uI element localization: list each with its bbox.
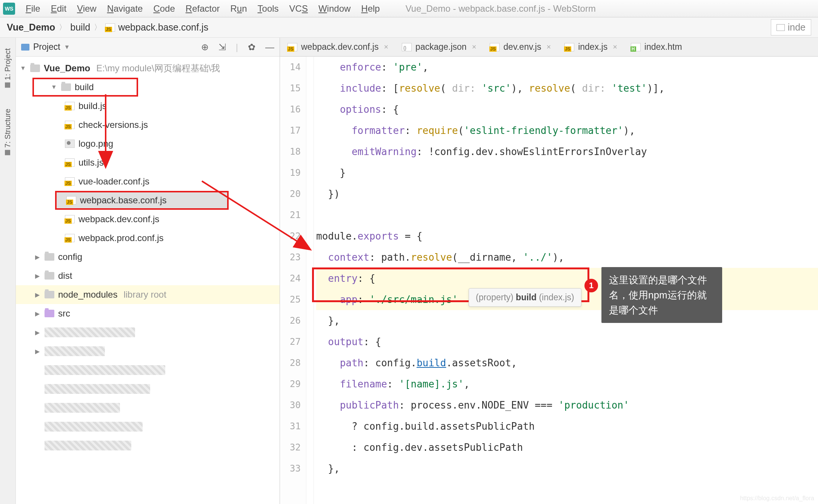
tree-file[interactable]: build.js	[16, 97, 280, 115]
editor-tab-bar: webpack.dev.conf.js× package.json× dev.e…	[280, 38, 818, 57]
menu-run[interactable]: Run	[231, 3, 247, 14]
tree-file[interactable]: webpack.dev.conf.js	[16, 210, 280, 229]
tree-build-folder[interactable]: build	[32, 78, 138, 97]
close-icon[interactable]: ×	[546, 43, 551, 51]
folder-icon	[45, 310, 54, 317]
tree-config-folder[interactable]: config	[16, 247, 280, 266]
tree-file[interactable]: check-versions.js	[16, 115, 280, 134]
json-file-icon	[402, 43, 412, 51]
tree-file[interactable]: utils.js	[16, 153, 280, 172]
project-tree[interactable]: Vue_Demo E:\my module\网页编程基础\我 build bui…	[16, 57, 280, 455]
tree-hidden-row	[16, 398, 280, 417]
expand-arrow-icon[interactable]	[34, 291, 41, 298]
menu-refactor[interactable]: Refactor	[186, 3, 220, 14]
html-file-icon	[631, 43, 641, 51]
tree-dist-folder[interactable]: dist	[16, 266, 280, 285]
js-file-icon	[65, 215, 75, 223]
menu-window[interactable]: Window	[318, 3, 351, 14]
tree-file-label: webpack.dev.conf.js	[78, 214, 159, 224]
editor-tab[interactable]: webpack.dev.conf.js×	[284, 42, 392, 52]
tab-label: dev.env.js	[503, 42, 541, 52]
tree-file[interactable]: webpack.prod.conf.js	[16, 229, 280, 247]
tooltip-source: (index.js)	[539, 292, 574, 302]
menu-edit[interactable]: Edit	[51, 3, 66, 14]
js-file-icon	[105, 23, 115, 32]
editor-tab[interactable]: index.js×	[561, 42, 621, 52]
tree-build-label: build	[75, 82, 94, 92]
expand-arrow-icon	[34, 348, 41, 355]
breadcrumb-file[interactable]: webpack.base.conf.js	[105, 22, 208, 33]
project-panel-header: Project ▼ ⊕ ⇲ | ✿ —	[16, 38, 280, 57]
collapse-icon[interactable]: ⇲	[218, 42, 226, 52]
tab-label: package.json	[415, 42, 467, 52]
tree-hidden-row	[16, 361, 280, 380]
close-icon[interactable]: ×	[613, 43, 617, 51]
tree-file-label: vue-loader.conf.js	[78, 176, 149, 187]
toolwindow-structure-label: 7: Structure	[3, 109, 12, 148]
js-file-icon	[65, 158, 75, 167]
js-file-icon	[65, 121, 75, 129]
project-icon	[21, 44, 29, 51]
quick-doc-tooltip: (property) build (index.js)	[469, 288, 581, 307]
folder-icon	[61, 83, 71, 91]
breadcrumb-file-label: webpack.base.conf.js	[118, 22, 208, 33]
menu-help[interactable]: Help	[361, 3, 380, 14]
square-icon	[5, 150, 11, 155]
toolwindow-project-label: 1: Project	[3, 48, 12, 80]
tree-file-label: check-versions.js	[78, 120, 148, 130]
menu-code[interactable]: Code	[153, 3, 175, 14]
window-title: Vue_Demo - webpack.base.conf.js - WebSto…	[406, 3, 596, 14]
code-content[interactable]: enforce: 'pre', include: [resolve( dir: …	[314, 57, 818, 504]
editor-body[interactable]: 1415161718192021222324252627282930313233…	[280, 57, 818, 504]
tree-folder-label: config	[58, 252, 82, 262]
chevron-down-icon[interactable]: ▼	[64, 44, 70, 51]
image-file-icon	[65, 140, 75, 148]
close-icon[interactable]: ×	[472, 43, 477, 51]
expand-arrow-icon[interactable]	[34, 254, 41, 261]
editor-tab[interactable]: dev.env.js×	[486, 42, 555, 52]
breadcrumb-root[interactable]: Vue_Demo	[7, 22, 55, 33]
toolwindow-structure-tab[interactable]: 7: Structure	[2, 106, 14, 158]
expand-arrow-icon[interactable]	[51, 84, 57, 91]
tree-node-modules-folder[interactable]: node_moduleslibrary root	[16, 285, 280, 304]
editor-tab[interactable]: package.json×	[398, 42, 480, 52]
webstorm-app-icon	[3, 3, 15, 15]
menu-file[interactable]: File	[26, 3, 40, 14]
layout-icon	[776, 24, 785, 31]
toolwindow-project-tab[interactable]: 1: Project	[2, 45, 14, 91]
redacted-content	[45, 403, 120, 413]
tree-file[interactable]: logo.png	[16, 134, 280, 153]
breadcrumb-build[interactable]: build	[70, 22, 90, 33]
folder-icon	[45, 253, 54, 261]
right-tab-label: inde	[788, 22, 806, 33]
gear-icon[interactable]: ✿	[248, 42, 255, 52]
js-file-icon	[65, 177, 75, 186]
project-panel: Project ▼ ⊕ ⇲ | ✿ — Vue_Demo E:\my modul…	[16, 38, 280, 504]
right-side-tab[interactable]: inde	[771, 19, 811, 35]
close-icon[interactable]: ×	[384, 43, 388, 51]
locate-icon[interactable]: ⊕	[201, 42, 209, 52]
minimize-icon[interactable]: —	[265, 42, 274, 52]
fold-column[interactable]	[306, 57, 314, 504]
project-panel-title: Project	[33, 42, 60, 52]
editor-tab[interactable]: index.htm	[627, 42, 686, 52]
editor-area: webpack.dev.conf.js× package.json× dev.e…	[280, 38, 818, 504]
menu-navigate[interactable]: Navigate	[107, 3, 143, 14]
expand-arrow-icon[interactable]	[34, 310, 41, 317]
menu-vcs[interactable]: VCS	[289, 3, 308, 14]
js-file-icon	[65, 234, 75, 242]
tree-root-name: Vue_Demo	[44, 63, 90, 74]
tree-file[interactable]: vue-loader.conf.js	[16, 172, 280, 191]
tree-file-selected[interactable]: webpack.base.conf.js	[55, 191, 229, 210]
expand-arrow-icon[interactable]	[20, 65, 26, 72]
chevron-right-icon: 〉	[59, 22, 66, 32]
breadcrumb: Vue_Demo 〉 build 〉 webpack.base.conf.js …	[0, 17, 818, 38]
expand-arrow-icon[interactable]	[34, 272, 41, 280]
tree-root[interactable]: Vue_Demo E:\my module\网页编程基础\我	[16, 59, 280, 78]
menu-tools[interactable]: Tools	[258, 3, 279, 14]
menu-view[interactable]: View	[77, 3, 97, 14]
js-file-icon	[490, 43, 500, 51]
folder-icon	[30, 65, 40, 72]
tree-hidden-row	[16, 380, 280, 398]
tree-src-folder[interactable]: src	[16, 304, 280, 323]
